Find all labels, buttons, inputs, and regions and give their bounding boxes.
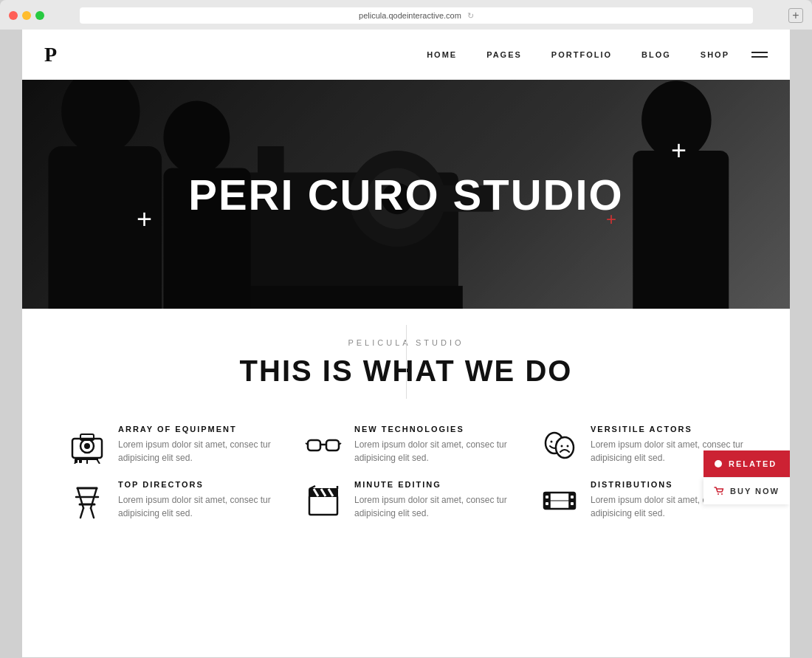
nav-home[interactable]: HOME [427, 50, 457, 59]
feature-directors-title: TOP DIRECTORS [118, 480, 273, 489]
website-content: P HOME PAGES PORTFOLIO BLOG SHOP [22, 30, 790, 657]
film-icon [539, 480, 579, 521]
traffic-light-maximize[interactable] [35, 11, 44, 20]
site-logo[interactable]: P [44, 43, 57, 66]
traffic-light-minimize[interactable] [22, 11, 31, 20]
svg-point-35 [560, 445, 562, 447]
cross-left: + [137, 206, 152, 233]
related-dot-icon [714, 459, 723, 468]
feature-directors-content: TOP DIRECTORS Lorem ipsum dolor sit amet… [118, 480, 273, 520]
glasses-icon [303, 425, 343, 465]
feature-equipment-title: ARRAY OF EQUIPMENT [118, 425, 273, 433]
svg-point-36 [566, 445, 568, 447]
svg-rect-57 [571, 502, 574, 505]
svg-point-34 [556, 437, 574, 458]
hamburger-line-1 [751, 52, 768, 53]
feature-technologies-desc: Lorem ipsum dolor sit amet, consec tur a… [354, 438, 509, 465]
nav-shop[interactable]: SHOP [701, 50, 729, 59]
cart-icon [714, 487, 724, 496]
feature-equipment: ARRAY OF EQUIPMENT Lorem ipsum dolor sit… [66, 425, 273, 465]
site-nav: HOME PAGES PORTFOLIO BLOG SHOP [427, 50, 729, 59]
feature-directors: TOP DIRECTORS Lorem ipsum dolor sit amet… [66, 480, 273, 521]
svg-point-32 [550, 440, 552, 442]
camera-icon [66, 425, 107, 465]
svg-rect-52 [544, 493, 550, 509]
traffic-lights [9, 11, 44, 20]
nav-portfolio[interactable]: PORTFOLIO [551, 50, 612, 59]
director-chair-icon [66, 480, 107, 521]
svg-rect-26 [308, 440, 320, 450]
svg-point-62 [718, 493, 719, 495]
nav-blog[interactable]: BLOG [641, 50, 671, 59]
buy-now-label: BUY NOW [730, 487, 780, 496]
related-button[interactable]: RELATED [703, 450, 790, 477]
feature-actors-title: VERSITILE ACTORS [591, 425, 746, 433]
hero-section: + + + PERI CURO STUDIO [22, 80, 790, 309]
hamburger-menu[interactable] [751, 52, 768, 58]
feature-editing-content: MINUTE EDITING Lorem ipsum dolor sit ame… [354, 480, 509, 520]
new-tab-button[interactable]: + [788, 8, 803, 23]
cross-right: + [671, 137, 687, 164]
feature-editing-desc: Lorem ipsum dolor sit amet, consec tur a… [354, 493, 509, 520]
center-divider [406, 325, 407, 399]
feature-technologies: NEW TECHNOLOGIES Lorem ipsum dolor sit a… [303, 425, 509, 465]
buy-now-button[interactable]: BUY NOW [703, 477, 790, 504]
feature-technologies-content: NEW TECHNOLOGIES Lorem ipsum dolor sit a… [354, 425, 509, 465]
svg-rect-27 [326, 440, 339, 450]
svg-rect-55 [546, 502, 548, 505]
sidebar-buttons: RELATED BUY NOW [703, 450, 790, 504]
clapper-icon [303, 480, 343, 521]
feature-technologies-title: NEW TECHNOLOGIES [354, 425, 509, 433]
feature-equipment-desc: Lorem ipsum dolor sit amet, consec tur a… [118, 438, 273, 465]
feature-directors-desc: Lorem ipsum dolor sit amet, consec tur a… [118, 493, 273, 520]
svg-point-61 [715, 460, 722, 467]
masks-icon [539, 425, 579, 465]
related-label: RELATED [729, 459, 777, 468]
feature-editing-title: MINUTE EDITING [354, 480, 509, 489]
reload-icon[interactable]: ↻ [467, 11, 474, 21]
svg-line-42 [91, 508, 94, 518]
svg-rect-56 [571, 496, 574, 498]
hamburger-line-2 [751, 56, 768, 58]
nav-pages[interactable]: PAGES [486, 50, 522, 59]
svg-line-41 [80, 508, 83, 518]
svg-rect-53 [569, 493, 575, 509]
url-bar[interactable]: pelicula.qodeinteractive.com ↻ [80, 7, 753, 24]
browser-chrome: pelicula.qodeinteractive.com ↻ + [0, 0, 812, 30]
svg-point-63 [721, 493, 723, 495]
svg-point-19 [84, 443, 90, 449]
traffic-light-close[interactable] [9, 11, 18, 20]
features-grid: ARRAY OF EQUIPMENT Lorem ipsum dolor sit… [22, 410, 790, 535]
site-header: P HOME PAGES PORTFOLIO BLOG SHOP [22, 30, 790, 80]
browser-titlebar: pelicula.qodeinteractive.com ↻ + [0, 7, 812, 30]
svg-rect-54 [546, 496, 548, 498]
hero-title: PERI CURO STUDIO [188, 170, 624, 219]
feature-equipment-content: ARRAY OF EQUIPMENT Lorem ipsum dolor sit… [118, 425, 273, 465]
svg-rect-44 [309, 496, 337, 515]
url-text: pelicula.qodeinteractive.com [359, 11, 461, 20]
feature-editing: MINUTE EDITING Lorem ipsum dolor sit ame… [303, 480, 509, 521]
